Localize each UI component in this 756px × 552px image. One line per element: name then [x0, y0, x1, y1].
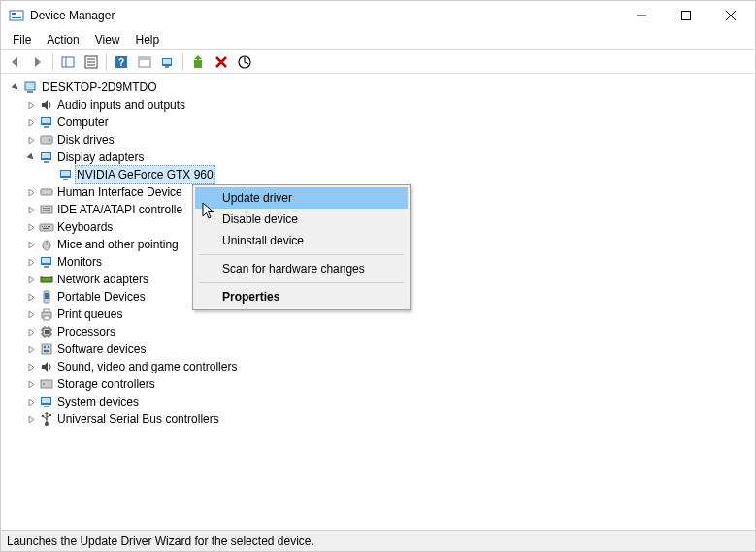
toolbar-divider [52, 53, 53, 71]
svg-rect-71 [42, 344, 51, 354]
svg-rect-55 [43, 276, 50, 277]
svg-rect-44 [44, 226, 45, 227]
svg-rect-41 [43, 210, 50, 211]
menu-help[interactable]: Help [128, 31, 168, 49]
minimize-button[interactable] [619, 1, 664, 30]
statusbar: Launches the Update Driver Wizard for th… [1, 530, 755, 551]
expander-icon[interactable] [24, 223, 38, 232]
status-text: Launches the Update Driver Wizard for th… [7, 535, 314, 548]
expander-icon[interactable] [24, 276, 38, 284]
tree-label: Processors [55, 323, 117, 341]
menubar: File Action View Help [1, 30, 755, 49]
tree-label: Audio inputs and outputs [55, 96, 187, 114]
toolbar-divider [106, 53, 107, 71]
context-menu: Update driver Disable device Uninstall d… [192, 184, 411, 310]
svg-rect-48 [43, 228, 49, 229]
keyboard-icon [38, 219, 55, 235]
tree-root[interactable]: DESKTOP-2D9MTDO [5, 79, 755, 96]
forward-button[interactable] [26, 51, 49, 73]
help-button[interactable]: ? [110, 51, 133, 73]
storage-icon [38, 376, 55, 392]
scan-hardware-button[interactable] [156, 51, 180, 73]
tree-item-display[interactable]: Display adapters [5, 148, 755, 166]
expander-icon[interactable] [24, 206, 38, 214]
tree-label: Keyboards [55, 218, 115, 236]
svg-point-31 [49, 139, 51, 142]
uninstall-button[interactable] [210, 51, 233, 73]
expander-icon[interactable] [24, 153, 38, 162]
tree-label: Portable Devices [55, 288, 148, 306]
back-button[interactable] [3, 51, 26, 73]
printer-icon [38, 307, 55, 322]
svg-rect-52 [42, 258, 50, 263]
context-menu-update-driver[interactable]: Update driver [195, 187, 408, 209]
expander-icon[interactable] [9, 83, 22, 92]
mouse-icon [38, 237, 55, 252]
tree-item-storage[interactable]: Storage controllers [5, 375, 755, 393]
svg-rect-62 [45, 330, 49, 334]
show-hide-console-button[interactable] [56, 51, 80, 73]
svg-rect-43 [42, 226, 43, 227]
svg-rect-74 [44, 350, 49, 352]
context-menu-disable-device[interactable]: Disable device [195, 209, 408, 230]
display-adapter-icon [38, 149, 55, 165]
disable-button[interactable] [233, 51, 256, 73]
svg-point-84 [42, 415, 44, 417]
expander-icon[interactable] [24, 310, 38, 319]
context-menu-properties[interactable]: Properties [195, 286, 408, 308]
tree-item-software[interactable]: Software devices [5, 341, 755, 358]
software-icon [38, 341, 55, 357]
expander-icon[interactable] [24, 380, 38, 389]
expander-icon[interactable] [24, 398, 38, 406]
tree-item-disk[interactable]: Disk drives [5, 131, 755, 148]
svg-rect-75 [41, 380, 52, 388]
tree-label: System devices [55, 393, 141, 410]
expander-icon[interactable] [24, 136, 38, 145]
tree-item-audio[interactable]: Audio inputs and outputs [5, 96, 755, 114]
expander-icon[interactable] [24, 415, 38, 424]
expander-icon[interactable] [24, 293, 38, 302]
svg-rect-20 [165, 66, 169, 68]
expander-icon[interactable] [24, 241, 38, 249]
update-driver-button[interactable] [186, 51, 210, 73]
tree-label: Print queues [55, 306, 124, 323]
properties-button[interactable] [80, 51, 103, 73]
svg-rect-26 [27, 91, 33, 93]
tree-label: Monitors [55, 253, 104, 271]
menu-action[interactable]: Action [39, 31, 86, 49]
monitor-icon [38, 114, 55, 130]
svg-rect-28 [42, 118, 50, 123]
close-button[interactable] [708, 1, 753, 30]
expander-icon[interactable] [24, 258, 38, 267]
context-menu-scan-hardware[interactable]: Scan for hardware changes [195, 258, 408, 279]
tree-item-system[interactable]: System devices [5, 393, 755, 410]
svg-rect-17 [139, 57, 150, 60]
action-button[interactable] [133, 51, 156, 73]
tree-item-processors[interactable]: Processors [5, 323, 755, 341]
svg-rect-60 [44, 316, 49, 320]
tree-label: NVIDIA GeForce GTX 960 [75, 165, 215, 184]
expander-icon[interactable] [24, 328, 38, 337]
menu-file[interactable]: File [5, 31, 39, 49]
expander-icon[interactable] [24, 101, 38, 110]
maximize-button[interactable] [664, 1, 708, 30]
expander-icon[interactable] [24, 363, 38, 372]
svg-rect-3 [12, 17, 21, 18]
expander-icon[interactable] [24, 345, 38, 354]
tree-item-usb[interactable]: Universal Serial Bus controllers [5, 410, 755, 428]
context-menu-separator [199, 254, 404, 255]
svg-rect-2 [12, 16, 21, 16]
tree-item-gpu[interactable]: NVIDIA GeForce GTX 960 [5, 166, 755, 183]
sound-icon [38, 359, 55, 374]
toolbar-divider [182, 53, 183, 71]
tree-item-sound[interactable]: Sound, video and game controllers [5, 358, 755, 375]
system-icon [38, 394, 55, 409]
computer-icon [22, 80, 40, 95]
svg-rect-73 [48, 346, 49, 348]
menu-view[interactable]: View [87, 31, 128, 49]
expander-icon[interactable] [24, 188, 38, 197]
expander-icon[interactable] [24, 118, 38, 127]
tree-item-computer[interactable]: Computer [5, 114, 755, 131]
context-menu-uninstall-device[interactable]: Uninstall device [195, 230, 408, 251]
svg-rect-47 [49, 226, 50, 227]
